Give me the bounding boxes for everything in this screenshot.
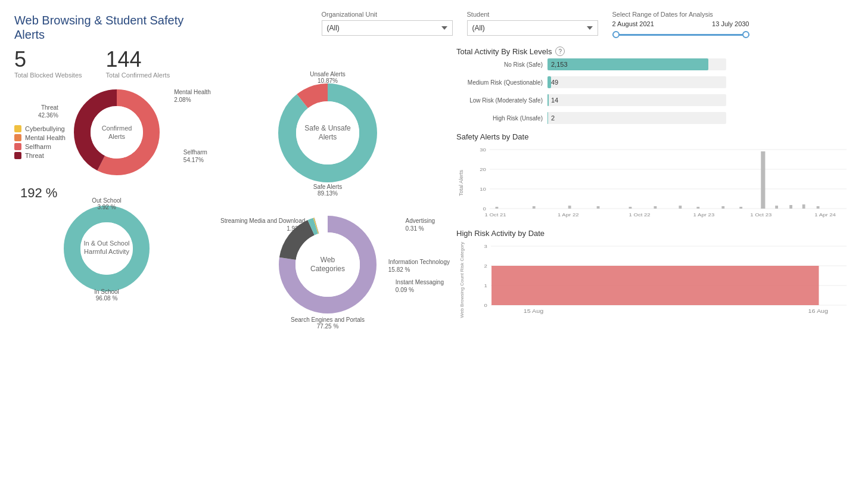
svg-rect-34 [568,206,571,209]
confirmed-alerts-legend: Cyberbullying Mental Health Selfharm Thr… [14,125,66,159]
confirmed-alerts-section: Cyberbullying Mental Health Selfharm Thr… [14,85,199,182]
student-select[interactable]: (All) [467,20,598,36]
risk-bar-row: No Risk (Safe) 2,153 [456,58,854,70]
org-unit-filter: Organizational Unit (All) [322,11,453,39]
date-range-label: Select Range of Dates for Analysis [612,11,749,18]
svg-text:Alerts: Alerts [108,133,126,140]
risk-label: High Risk (Unsafe) [456,115,543,122]
info-tech-label: Information Technology15.82 % [388,258,450,274]
svg-rect-44 [789,205,792,209]
svg-text:1 Apr 22: 1 Apr 22 [558,212,579,218]
selfharm-label: Selfharm [25,143,51,150]
svg-text:1 Oct 22: 1 Oct 22 [629,212,650,218]
svg-rect-45 [802,204,805,209]
safe-alerts-label: Safe Alerts89.13% [313,184,342,197]
svg-text:30: 30 [480,147,486,153]
svg-text:Safe & Unsafe: Safe & Unsafe [304,124,351,132]
svg-text:1 Oct 21: 1 Oct 21 [484,212,506,218]
blocked-count: 5 [14,49,82,70]
risk-value: 49 [551,79,558,86]
svg-text:1 Apr 24: 1 Apr 24 [814,212,836,218]
svg-rect-61 [491,266,819,305]
risk-bar-track: 2 [547,112,726,124]
svg-rect-32 [496,207,499,209]
advertising-label: Advertising0.31 % [406,217,435,232]
svg-rect-40 [721,206,724,209]
risk-levels-title: Total Activity By Risk Levels ? [456,46,854,56]
right-panel: Total Activity By Risk Levels ? No Risk … [456,46,854,492]
risk-bar-track: 49 [547,76,726,88]
legend-threat: Threat [14,152,66,159]
svg-text:1: 1 [484,283,487,288]
legend-mental-health: Mental Health [14,134,66,141]
risk-bar-fill: 14 [547,94,549,106]
slider-thumb-left[interactable] [612,31,620,38]
risk-value: 14 [551,97,558,104]
svg-text:Categories: Categories [310,265,345,273]
percent-badge: 192 % [20,185,57,201]
header-row: Web Browsing & Student Safety Alerts Org… [14,11,854,42]
svg-text:10: 10 [480,187,486,192]
slider-thumb-right[interactable] [742,31,749,38]
date-start: 2 August 2021 [612,20,654,27]
org-unit-label: Organizational Unit [322,11,453,18]
high-risk-date-section: High Risk Activity by Date Web Browsing … [456,229,854,319]
cyberbullying-label: Cyberbullying [25,125,65,132]
high-risk-title: High Risk Activity by Date [456,229,854,238]
high-risk-chart-area: Web Browsing Count Risk Category 3 2 [456,240,854,319]
mental-health-label: Mental Health [25,134,66,141]
svg-text:16 Aug: 16 Aug [808,308,828,314]
threat-outer-label: Threat42.36% [38,104,58,119]
svg-text:20: 20 [480,167,486,172]
threat-label: Threat [25,152,44,159]
risk-bars-container: No Risk (Safe) 2,153 Medium Risk (Questi… [456,58,854,126]
svg-text:0: 0 [483,206,486,212]
streaming-label: Streaming Media and Download1.92 % [220,217,305,232]
safe-unsafe-donut-container: Unsafe Alerts10.87% Safe Alerts89.13% Sa… [274,79,381,188]
slider-fill [612,34,749,36]
date-range-filter: Select Range of Dates for Analysis 2 Aug… [612,11,749,39]
risk-label: Medium Risk (Questionable) [456,79,543,86]
confirmed-alerts-donut-svg: Confirmed Alerts [69,85,164,180]
help-icon[interactable]: ? [555,46,565,56]
svg-text:In & Out School: In & Out School [83,240,129,247]
filters-area: Organizational Unit (All) Student (All) … [217,11,854,39]
svg-rect-41 [739,207,742,209]
mental-health-outer-label: Mental Health2.08% [174,88,211,104]
safety-y-label: Total Alerts [458,170,464,196]
svg-rect-36 [629,207,632,209]
unsafe-alerts-label: Unsafe Alerts10.87% [310,71,345,84]
svg-text:Harmful Activity: Harmful Activity [84,248,129,255]
safety-alerts-title: Safety Alerts by Date [456,132,854,141]
risk-value: 2 [551,114,555,122]
svg-text:1 Oct 23: 1 Oct 23 [750,212,771,218]
web-categories-donut-container: Streaming Media and Download1.92 % Adver… [274,211,381,320]
risk-label: No Risk (Safe) [456,61,543,68]
svg-text:15 Aug: 15 Aug [524,308,543,314]
date-end: 13 July 2030 [712,20,749,27]
risk-bar-row: High Risk (Unsafe) 2 [456,112,854,124]
svg-text:Confirmed: Confirmed [102,125,132,132]
safety-alerts-chart: 30 20 10 0 [468,144,854,223]
alerts-count: 144 [106,49,170,70]
svg-rect-46 [817,206,820,209]
legend-selfharm: Selfharm [14,143,66,150]
student-label: Student [467,11,598,18]
risk-bar-track: 14 [547,94,726,106]
svg-rect-38 [679,206,682,209]
dashboard: Web Browsing & Student Safety Alerts Org… [0,0,868,503]
risk-levels-section: Total Activity By Risk Levels ? No Risk … [456,46,854,126]
page-title: Web Browsing & Student Safety Alerts [14,11,205,42]
org-unit-select[interactable]: (All) [322,20,453,36]
safety-alerts-date-section: Safety Alerts by Date Total Alerts [456,132,854,223]
selfharm-dot [14,143,21,150]
slider-track [612,34,749,36]
in-out-school-section: 192 % Out School3.92 % In School96.08 % … [14,185,199,298]
safety-alerts-chart-area: Total Alerts 30 20 10 [456,144,854,223]
student-filter: Student (All) [467,11,598,39]
donut-hole [91,106,143,159]
safe-unsafe-donut-svg: Safe & Unsafe Alerts [274,79,381,187]
date-slider[interactable] [612,30,749,39]
safety-alerts-svg: 30 20 10 0 [468,144,854,221]
svg-rect-43 [775,206,778,209]
